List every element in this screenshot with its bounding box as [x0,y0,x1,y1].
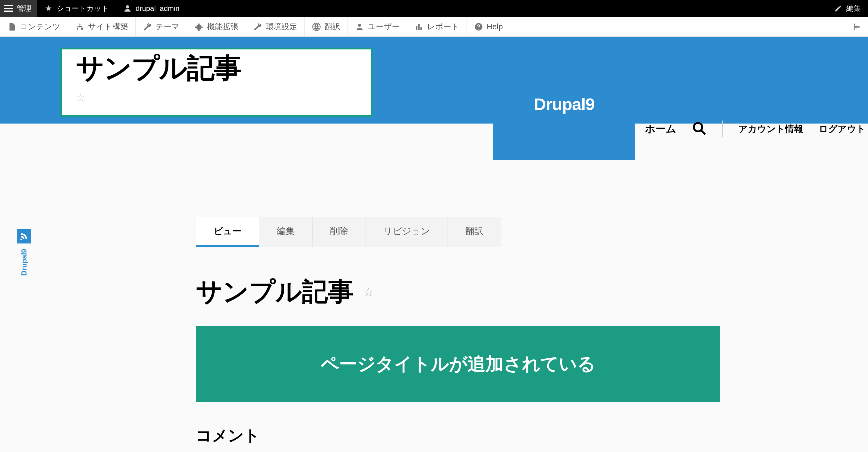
article-star-icon[interactable]: ☆ [363,285,374,299]
site-nav: ホーム アカウント情報 ログアウト [645,121,866,137]
edit-label: 編集 [846,4,861,13]
structure-icon [75,22,84,31]
admin-menu: コンテンツ サイト構築 テーマ 機能拡張 環境設定 翻訳 ユーザー レポート H… [0,17,868,37]
hamburger-icon [4,5,13,12]
manage-label: 管理 [17,4,31,13]
collapse-icon [852,22,862,32]
title-callout-box: サンプル記事 ☆ [60,47,373,117]
info-banner: ページタイトルが追加されている [196,326,720,402]
menu-appearance[interactable]: テーマ [135,17,187,37]
globe-icon [312,22,321,31]
menu-extend-label: 機能拡張 [207,22,239,32]
tab-revisions[interactable]: リビジョン [366,217,448,247]
pencil-icon [834,4,842,12]
nav-divider [722,121,723,137]
people-icon [355,22,364,31]
menu-structure-label: サイト構築 [88,22,128,32]
nav-home[interactable]: ホーム [645,122,676,136]
nav-account[interactable]: アカウント情報 [738,123,803,135]
rss-icon [17,229,31,244]
menu-config-label: 環境設定 [266,22,297,32]
article-title: サンプル記事 ☆ [196,274,818,310]
shortcuts-label: ショートカット [57,4,109,13]
content-tabs: ビュー 編集 削除 リビジョン 翻訳 [196,217,501,247]
star-icon [44,4,53,12]
menu-content[interactable]: コンテンツ [0,17,68,37]
help-icon [474,22,483,31]
article-title-text: サンプル記事 [196,274,354,310]
user-link[interactable]: drupal_admin [116,0,187,17]
menu-collapse[interactable] [846,22,868,32]
chart-icon [414,22,424,31]
menu-people-label: ユーザー [368,22,400,32]
menu-help[interactable]: Help [467,17,510,37]
menu-extend[interactable]: 機能拡張 [187,17,246,37]
menu-config[interactable]: 環境設定 [246,17,305,37]
tab-edit[interactable]: 編集 [259,217,313,247]
wrench-icon [143,22,152,31]
nav-logout[interactable]: ログアウト [819,123,866,135]
puzzle-icon [194,22,204,31]
menu-structure[interactable]: サイト構築 [68,17,135,37]
menu-reports[interactable]: レポート [407,17,467,37]
svg-line-1 [701,130,705,134]
info-banner-text: ページタイトルが追加されている [321,352,595,376]
menu-translate[interactable]: 翻訳 [305,17,348,37]
menu-help-label: Help [487,22,503,31]
manage-toggle[interactable]: 管理 [0,0,37,17]
user-icon [124,4,131,12]
comments-heading: コメント [196,425,818,446]
shortcuts-link[interactable]: ショートカット [37,0,116,17]
edit-link[interactable]: 編集 [827,0,868,17]
side-brand-tag[interactable]: Drupal9 [17,229,31,276]
tab-view[interactable]: ビュー [196,217,259,247]
menu-reports-label: レポート [427,22,459,32]
main-content: ビュー 編集 削除 リビジョン 翻訳 サンプル記事 ☆ ページタイトルが追加され… [196,217,818,446]
brand-label: Drupal9 [534,94,595,114]
file-icon [7,22,16,31]
menu-appearance-label: テーマ [156,22,180,32]
tab-delete[interactable]: 削除 [313,217,366,247]
menu-content-label: コンテンツ [20,22,61,32]
brand-block[interactable]: Drupal9 [493,47,635,160]
tool-icon [253,22,262,31]
callout-title: サンプル記事 [76,50,357,87]
menu-people[interactable]: ユーザー [348,17,407,37]
search-icon [692,121,707,136]
nav-search[interactable] [692,121,707,137]
admin-topbar: 管理 ショートカット drupal_admin 編集 [0,0,868,17]
svg-point-0 [694,123,702,131]
tab-translate[interactable]: 翻訳 [448,217,501,247]
user-label: drupal_admin [135,4,179,13]
menu-translate-label: 翻訳 [324,22,340,32]
side-brand-label: Drupal9 [20,249,28,276]
star-outline-icon[interactable]: ☆ [76,92,357,104]
